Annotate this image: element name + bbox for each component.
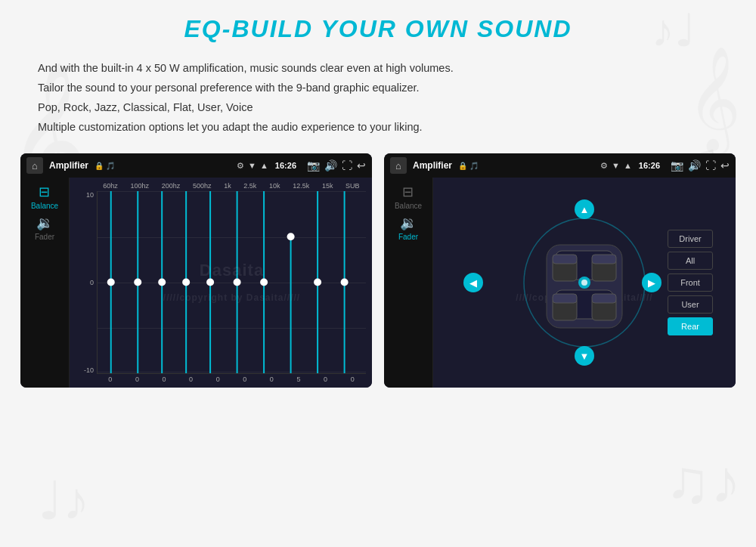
freq-100hz: 100hz [131, 182, 150, 190]
eq-sliders-svg [98, 191, 366, 373]
fader-home-icon[interactable]: ⌂ [390, 157, 407, 174]
freq-60hz: 60hz [103, 182, 118, 190]
eq-bars-area: Dasaita/////copyright by Dasaita///// [97, 191, 366, 374]
eq-screen: ⌂ Amplifier 🔒 🎵 ⚙ ▼ ▲ 16:26 📷 🔊 ⛶ ↩ [20, 153, 372, 388]
up-arrow-button[interactable]: ▲ [575, 199, 594, 219]
eq-amplifier-label: Amplifier [49, 160, 88, 171]
svg-point-3 [134, 279, 141, 286]
eq-action-icons: 📷 🔊 ⛶ ↩ [307, 159, 366, 172]
svg-point-11 [234, 279, 241, 286]
desc-line1: And with the built-in 4 x 50 W amplifica… [38, 58, 733, 78]
svg-point-9 [206, 279, 214, 286]
eq-sidebar: ⊟ Balance 🔉 Fader [20, 178, 70, 388]
sliders-icon: ⊟ [39, 184, 50, 200]
svg-rect-31 [592, 294, 616, 303]
eq-content: ⊟ Balance 🔉 Fader 60hz 100hz 200hz [20, 178, 372, 388]
fader-status-icons: ⚙ ▼ ▲ 16:26 [600, 161, 663, 171]
freq-10k: 10k [269, 182, 280, 190]
fader-eq-icon[interactable]: ⊟ Balance [395, 184, 422, 210]
fader-screen: ⌂ Amplifier 🔒 🎵 ⚙ ▼ ▲ 16:26 📷 🔊 ⛶ ↩ [384, 153, 736, 388]
car-svg [516, 207, 652, 358]
description-block: And with the built-in 4 x 50 W amplifica… [23, 58, 733, 137]
eq-main: 60hz 100hz 200hz 500hz 1k 2.5k 10k 12.5k… [70, 178, 372, 388]
fader-time: 16:26 [639, 161, 660, 170]
volume-icon[interactable]: 🔊 [324, 159, 337, 172]
freq-1k: 1k [224, 182, 231, 190]
rear-button[interactable]: Rear [668, 317, 713, 335]
fader-status-bar: ⌂ Amplifier 🔒 🎵 ⚙ ▼ ▲ 16:26 📷 🔊 ⛶ ↩ [384, 153, 736, 178]
fader-main: Dasaita/////copyright by Dasaita///// [433, 178, 736, 388]
desc-line4: Multiple customization options let you a… [38, 117, 733, 137]
right-arrow-button[interactable]: ▶ [642, 273, 662, 292]
fader-icon[interactable]: 🔉 Fader [35, 215, 54, 241]
svg-point-5 [158, 279, 166, 286]
eq-chart-area: 10 0 -10 [76, 191, 366, 374]
camera-icon[interactable]: 📷 [307, 159, 320, 172]
driver-button[interactable]: Driver [668, 230, 713, 248]
fader-fader-label: Fader [398, 233, 418, 241]
car-control-area: ▲ ▼ ◀ ▶ Driver All Front User [456, 192, 713, 373]
music-notes-bottom-right: ♫♪ [665, 447, 741, 517]
down-arrow-button[interactable]: ▼ [575, 346, 594, 366]
fader-amplifier-label: Amplifier [413, 160, 452, 171]
freq-12.5k: 12.5k [293, 182, 309, 190]
fader-action-icons: 📷 🔊 ⛶ ↩ [671, 159, 730, 172]
freq-2.5k: 2.5k [243, 182, 256, 190]
svg-point-7 [182, 279, 190, 286]
fader-camera-icon[interactable]: 📷 [671, 159, 683, 172]
fader-volume-small-icon: 🔉 [400, 215, 417, 231]
fader-label: Fader [35, 233, 54, 241]
wifi-icon: ▲ [260, 161, 268, 170]
eq-icon[interactable]: ⊟ Balance [31, 184, 58, 210]
bluetooth-icon: ⚙ [237, 161, 244, 171]
fader-wifi-icon: ▲ [624, 161, 632, 170]
volume-small-icon: 🔉 [36, 215, 53, 231]
svg-rect-27 [592, 255, 616, 264]
fader-fader-icon[interactable]: 🔉 Fader [398, 215, 418, 241]
svg-point-1 [107, 279, 115, 286]
fader-content: ⊟ Balance 🔉 Fader Dasaita/////copyright … [384, 178, 736, 388]
home-icon[interactable]: ⌂ [26, 157, 43, 174]
freq-200hz: 200hz [162, 182, 181, 190]
eq-status-bar: ⌂ Amplifier 🔒 🎵 ⚙ ▼ ▲ 16:26 📷 🔊 ⛶ ↩ [20, 153, 372, 178]
front-button[interactable]: Front [668, 274, 713, 292]
svg-rect-29 [553, 294, 577, 303]
freq-15k: 15k [322, 182, 333, 190]
music-notes-bottom-left: ♩♪ [38, 470, 89, 532]
fader-back-icon[interactable]: ↩ [720, 159, 730, 172]
screenshots-container: ⌂ Amplifier 🔒 🎵 ⚙ ▼ ▲ 16:26 📷 🔊 ⛶ ↩ [23, 153, 733, 388]
svg-point-13 [260, 279, 268, 286]
fader-bluetooth-icon: ⚙ [600, 161, 608, 171]
fader-balance-label: Balance [395, 202, 422, 210]
balance-label: Balance [31, 202, 58, 210]
svg-point-19 [341, 279, 349, 286]
eq-y-axis: 10 0 -10 [76, 191, 97, 374]
eq-status-icons: ⚙ ▼ ▲ 16:26 [237, 161, 299, 171]
fader-sidebar: ⊟ Balance 🔉 Fader [384, 178, 433, 388]
fader-fullscreen-icon[interactable]: ⛶ [705, 159, 716, 172]
svg-point-17 [314, 279, 321, 286]
svg-point-15 [287, 233, 295, 241]
fader-sliders-icon: ⊟ [402, 184, 414, 200]
desc-line3: Pop, Rock, Jazz, Classical, Flat, User, … [38, 97, 733, 117]
user-button[interactable]: User [668, 295, 713, 314]
page-title: EQ-BUILD YOUR OWN SOUND [23, 15, 733, 43]
eq-bottom-labels: 00000 00500 [76, 375, 366, 383]
side-buttons: Driver All Front User Rear [668, 230, 713, 335]
fullscreen-icon[interactable]: ⛶ [342, 159, 352, 172]
left-arrow-button[interactable]: ◀ [463, 273, 483, 292]
freq-sub: SUB [345, 182, 360, 190]
eq-freq-labels: 60hz 100hz 200hz 500hz 1k 2.5k 10k 12.5k… [76, 182, 366, 190]
svg-rect-25 [553, 255, 577, 264]
svg-point-33 [581, 280, 587, 286]
desc-line2: Tailor the sound to your personal prefer… [38, 78, 733, 97]
fader-volume-icon[interactable]: 🔊 [688, 159, 701, 172]
signal-icon: ▼ [248, 161, 256, 170]
fader-signal-icon: ▼ [612, 161, 620, 170]
eq-time: 16:26 [275, 161, 296, 170]
freq-500hz: 500hz [193, 182, 212, 190]
back-icon[interactable]: ↩ [357, 159, 366, 172]
all-button[interactable]: All [668, 252, 713, 270]
